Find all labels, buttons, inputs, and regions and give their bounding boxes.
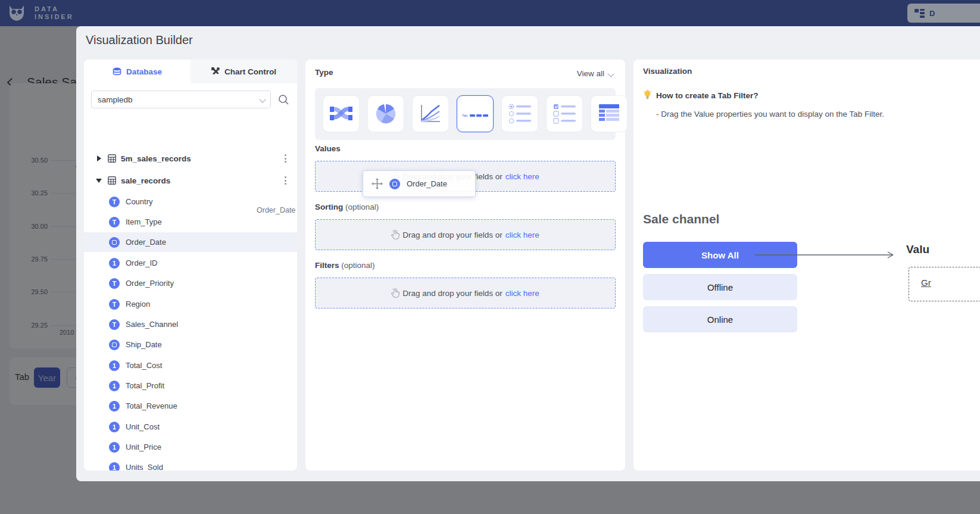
values-section-label: Values bbox=[315, 144, 341, 153]
field-label: Sales_Channel bbox=[126, 320, 178, 329]
chart-type-sankey[interactable] bbox=[323, 95, 360, 132]
pie-icon bbox=[376, 104, 396, 124]
field-row-units-sold[interactable]: 1 Units_Sold bbox=[84, 457, 297, 471]
tab-filter-icon: Tab bbox=[462, 108, 489, 119]
filters-label: Filters bbox=[315, 261, 339, 270]
owl-logo-icon bbox=[7, 4, 26, 22]
dashboard-button[interactable]: D bbox=[907, 4, 980, 23]
field-row-total-revenue[interactable]: 1 Total_Revenue bbox=[84, 396, 297, 416]
sankey-icon bbox=[330, 105, 352, 123]
table-icon bbox=[108, 176, 116, 185]
number-type-icon: 1 bbox=[109, 462, 120, 471]
lightbulb-icon bbox=[643, 89, 652, 100]
tab-database[interactable]: Database bbox=[84, 60, 191, 83]
dropzone-click-here-link[interactable]: click here bbox=[505, 289, 539, 298]
dropzone-click-here-link[interactable]: click here bbox=[505, 172, 539, 181]
annotation-group-link[interactable]: Gr bbox=[921, 278, 931, 288]
field-row-order-id[interactable]: 1 Order_ID bbox=[84, 253, 297, 273]
number-type-icon: 1 bbox=[109, 401, 120, 412]
dashboard-button-label: D bbox=[929, 9, 935, 18]
preview-chart-title: Sale channel bbox=[643, 212, 719, 226]
brand-name: DATA INSIDER bbox=[35, 5, 74, 21]
field-row-ship-date[interactable]: Ship_Date bbox=[84, 335, 297, 354]
tab-chart-control[interactable]: Chart Control bbox=[191, 60, 297, 83]
optional-suffix: (optional) bbox=[341, 261, 374, 270]
database-select-input[interactable] bbox=[91, 91, 271, 108]
text-type-icon: T bbox=[109, 217, 120, 228]
top-navbar: DATA INSIDER D bbox=[0, 0, 980, 26]
tab-chart-control-label: Chart Control bbox=[224, 67, 276, 76]
filters-dropzone[interactable]: Drag and drop your fields or click here bbox=[315, 278, 616, 309]
chevron-down-icon[interactable] bbox=[260, 97, 265, 102]
field-row-sales-channel[interactable]: T Sales_Channel bbox=[84, 314, 297, 334]
chart-type-table[interactable] bbox=[591, 95, 628, 132]
field-row-item-type[interactable]: T Item_Type bbox=[84, 212, 297, 232]
chart-type-pie[interactable] bbox=[367, 95, 404, 132]
chart-type-tab-filter[interactable]: Tab bbox=[457, 95, 494, 132]
text-type-icon: T bbox=[109, 299, 120, 310]
view-all-label: View all bbox=[577, 69, 604, 78]
dropzone-text: Drag and drop your fields or bbox=[402, 289, 502, 298]
type-section-label: Type bbox=[315, 68, 333, 77]
table-row-sale-records[interactable]: sale_records bbox=[84, 171, 297, 190]
drag-ghost-chip[interactable]: Order_Date bbox=[363, 170, 476, 197]
database-panel: Database Chart Control bbox=[84, 60, 297, 471]
table-icon bbox=[108, 154, 116, 163]
table-row-5m-sales-records[interactable]: 5m_sales_records bbox=[84, 149, 297, 168]
number-type-icon: 1 bbox=[109, 360, 120, 371]
field-row-unit-cost[interactable]: 1 Unit_Cost bbox=[84, 417, 297, 437]
tools-icon bbox=[211, 67, 220, 76]
visualization-panel: Visualization How to create a Tab Filter… bbox=[633, 60, 980, 471]
field-label: Region bbox=[126, 300, 150, 309]
checkbox-list-icon bbox=[553, 104, 576, 124]
move-icon bbox=[372, 178, 383, 189]
dashboard-icon bbox=[915, 9, 925, 18]
line-chart-icon bbox=[420, 104, 441, 123]
annotation-title: Valu bbox=[906, 243, 929, 256]
online-button[interactable]: Online bbox=[643, 306, 797, 332]
table-chart-icon bbox=[599, 104, 619, 123]
tip-body: - Drag the Value properties you want to … bbox=[656, 110, 884, 119]
number-type-icon: 1 bbox=[109, 381, 120, 391]
field-label: Ship_Date bbox=[126, 340, 162, 349]
field-row-total-cost[interactable]: 1 Total_Cost bbox=[84, 356, 297, 375]
field-row-order-date[interactable]: Order_Date bbox=[84, 232, 297, 252]
screen: Sales Sa 30.50 30.25 30.00 29.75 29.50 2… bbox=[0, 0, 980, 514]
kebab-menu-icon[interactable] bbox=[285, 176, 286, 185]
annotation-dashed-box: Gr bbox=[909, 267, 980, 301]
annotation-arrow bbox=[755, 249, 898, 261]
tab-filter-icon-label: Tab bbox=[462, 114, 468, 117]
chart-type-checkbox-list[interactable] bbox=[546, 95, 583, 132]
field-row-total-profit[interactable]: 1 Total_Profit bbox=[84, 376, 297, 395]
brand-line-2: INSIDER bbox=[35, 13, 74, 21]
field-row-order-priority[interactable]: T Order_Priority bbox=[84, 273, 297, 293]
field-label: Order_Priority bbox=[126, 279, 174, 288]
radio-list-icon bbox=[508, 104, 531, 124]
field-label: Total_Cost bbox=[126, 361, 162, 370]
collapse-arrow-icon[interactable] bbox=[96, 179, 102, 183]
sorting-section-label: Sorting (optional) bbox=[315, 203, 379, 211]
chart-type-radio-list[interactable] bbox=[501, 95, 538, 132]
kebab-menu-icon[interactable] bbox=[285, 154, 286, 163]
text-type-icon: T bbox=[109, 319, 120, 330]
dropzone-click-here-link[interactable]: click here bbox=[505, 230, 539, 239]
field-row-unit-price[interactable]: 1 Unit_Price bbox=[84, 437, 297, 457]
field-label: Order_Date bbox=[126, 238, 166, 247]
sorting-dropzone[interactable]: Drag and drop your fields or click here bbox=[315, 219, 616, 250]
field-label: Total_Profit bbox=[126, 381, 164, 390]
sorting-label: Sorting bbox=[315, 203, 343, 211]
chart-type-line[interactable] bbox=[412, 95, 449, 132]
offline-button[interactable]: Offline bbox=[643, 274, 797, 300]
field-label: Unit_Price bbox=[126, 443, 161, 451]
field-row-region[interactable]: T Region bbox=[84, 294, 297, 314]
optional-suffix: (optional) bbox=[345, 203, 379, 211]
number-type-icon: 1 bbox=[109, 258, 120, 269]
field-label: Total_Revenue bbox=[126, 401, 177, 410]
expand-arrow-icon[interactable] bbox=[97, 155, 101, 161]
database-icon bbox=[113, 67, 121, 76]
table-name: sale_records bbox=[121, 176, 170, 185]
drag-hand-icon bbox=[391, 288, 400, 298]
search-icon[interactable] bbox=[278, 94, 289, 105]
filters-section-label: Filters (optional) bbox=[315, 261, 375, 270]
view-all-button[interactable]: View all bbox=[577, 69, 613, 78]
